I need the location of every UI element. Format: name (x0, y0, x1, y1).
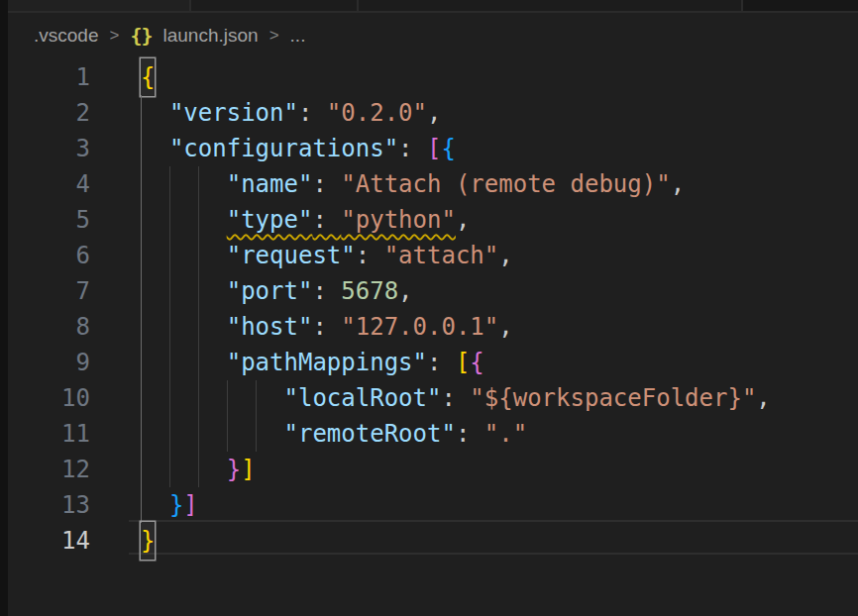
code-token: "host" (227, 313, 313, 341)
active-indent-guide (141, 380, 142, 416)
code-token: : (427, 349, 456, 376)
code-token: { (441, 135, 455, 162)
code-token: ] (241, 456, 255, 483)
active-indent-guide (141, 273, 142, 309)
code-token: } (169, 491, 183, 519)
indent-guide (256, 380, 257, 416)
code-token: "attach" (384, 242, 499, 269)
code-line-11[interactable]: "remoteRoot": "." (141, 416, 858, 452)
code-token: "pathMappings" (227, 349, 427, 376)
indent-guide (198, 273, 199, 309)
json-braces-icon: {} (130, 24, 152, 48)
code-token: : (312, 313, 341, 341)
indent-guide (169, 309, 170, 345)
code-token: : (456, 420, 484, 448)
code-token: "type" (227, 206, 313, 234)
vscode-editor-window: .vscode>{}launch.json>... 12345678910111… (0, 0, 858, 616)
tab-1[interactable] (8, 0, 191, 11)
breadcrumb: .vscode>{}launch.json>... (34, 17, 305, 54)
code-line-14[interactable]: } (141, 523, 858, 559)
code-token: { (470, 349, 483, 376)
line-number[interactable]: 5 (8, 202, 90, 238)
code-token: "name" (227, 170, 313, 198)
code-token: , (456, 206, 470, 234)
code-line-3[interactable]: "configurations": [{ (141, 131, 858, 166)
line-number[interactable]: 10 (8, 380, 90, 416)
line-number[interactable]: 6 (8, 238, 90, 273)
indent-guide (198, 166, 199, 202)
indent-guide (169, 166, 170, 202)
active-indent-guide (141, 345, 142, 380)
active-indent-guide (141, 166, 142, 202)
code-line-10[interactable]: "localRoot": "${workspaceFolder}", (141, 380, 858, 416)
indent-guide (169, 416, 170, 452)
indent-guide (169, 345, 170, 380)
line-number[interactable]: 1 (8, 59, 90, 95)
line-number[interactable]: 7 (8, 273, 90, 309)
window-left-edge (0, 0, 8, 616)
code-line-8[interactable]: "host": "127.0.0.1", (141, 309, 858, 345)
code-line-9[interactable]: "pathMappings": [{ (141, 345, 858, 380)
line-number[interactable]: 9 (8, 345, 90, 380)
line-number[interactable]: 13 (8, 487, 90, 523)
breadcrumb-item-folder[interactable]: .vscode (34, 25, 98, 47)
line-number[interactable]: 2 (8, 95, 90, 131)
chevron-right-icon: > (109, 26, 119, 46)
code-token: : (356, 242, 384, 269)
breadcrumb-item-file[interactable]: launch.json (163, 25, 259, 47)
indent-guide (256, 416, 257, 452)
breadcrumb-item-symbol[interactable]: ... (290, 25, 306, 47)
line-number[interactable]: 8 (8, 309, 90, 345)
active-indent-guide (141, 452, 142, 487)
indent-guide (198, 309, 199, 345)
line-number[interactable]: 14 (8, 523, 90, 559)
bracket-match-highlight: { (141, 58, 155, 96)
code-token: , (498, 242, 512, 269)
code-line-5[interactable]: "type": "python", (141, 202, 858, 238)
code-token: "127.0.0.1" (341, 313, 498, 341)
active-indent-guide (141, 238, 142, 273)
code-token: , (756, 384, 770, 412)
indent-guide (169, 202, 170, 238)
code-line-1[interactable]: { (141, 59, 858, 95)
code-line-12[interactable]: }] (141, 452, 858, 487)
code-token: "version" (169, 99, 298, 127)
active-indent-guide (141, 131, 142, 166)
tab-3[interactable] (359, 0, 743, 11)
code-token: "request" (227, 242, 356, 269)
indent-guide (227, 380, 228, 416)
code-token: [ (456, 349, 470, 376)
code-token: "${workspaceFolder}" (470, 384, 756, 412)
code-token: "localRoot" (284, 384, 442, 412)
code-area[interactable]: { "version": "0.2.0", "configurations": … (141, 59, 858, 559)
line-number[interactable]: 11 (8, 416, 90, 452)
indent-guide (198, 416, 199, 452)
code-token: , (498, 313, 512, 341)
code-token: : (398, 135, 427, 162)
code-line-6[interactable]: "request": "attach", (141, 238, 858, 273)
chevron-right-icon: > (269, 26, 279, 46)
code-token: 5678 (341, 277, 398, 305)
active-indent-guide (141, 416, 142, 452)
line-number[interactable]: 12 (8, 452, 90, 487)
code-token: "remoteRoot" (284, 420, 456, 448)
indent-guide (169, 273, 170, 309)
code-line-7[interactable]: "port": 5678, (141, 273, 858, 309)
code-line-4[interactable]: "name": "Attach (remote debug)", (141, 166, 858, 202)
active-indent-guide (141, 95, 142, 131)
tab-2[interactable] (191, 0, 359, 11)
indent-guide (198, 238, 199, 273)
code-line-13[interactable]: }] (141, 487, 858, 523)
tab-bar-empty-space (743, 0, 858, 11)
code-line-2[interactable]: "version": "0.2.0", (141, 95, 858, 131)
editor-pane[interactable]: 1234567891011121314 { "version": "0.2.0"… (8, 55, 858, 616)
code-token: "0.2.0" (327, 99, 427, 127)
indent-guide (169, 380, 170, 416)
line-number[interactable]: 4 (8, 166, 90, 202)
code-token: , (398, 277, 412, 305)
code-token: , (671, 170, 685, 198)
indent-guide (198, 202, 199, 238)
line-number[interactable]: 3 (8, 131, 90, 166)
indent-guide (227, 416, 228, 452)
indent-guide (169, 452, 170, 487)
